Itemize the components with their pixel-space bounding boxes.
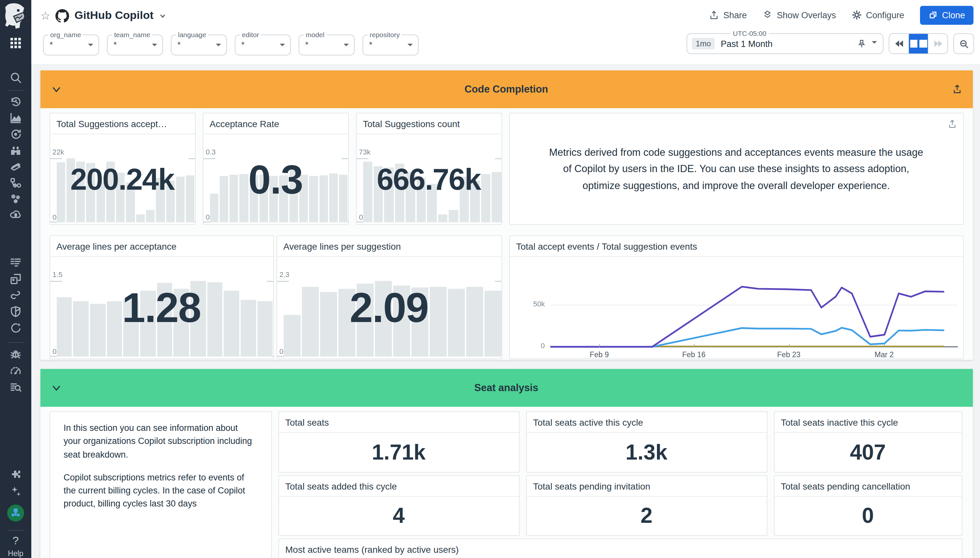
code-completion-grid: Total Suggestions accept… 22k 0 200.24k … [40, 108, 972, 359]
apps-grid-icon[interactable] [10, 38, 21, 48]
show-overlays-label: Show Overlays [777, 10, 836, 20]
query-value: 407 [774, 432, 962, 472]
workflow-icon[interactable] [9, 177, 22, 190]
y-tick-label: 50k [510, 300, 545, 308]
group-code-completion: Code Completion Total Suggestions accept… [40, 71, 972, 360]
cloud-cost-icon[interactable] [9, 208, 22, 221]
export-icon[interactable] [947, 119, 957, 128]
fast-forward-button[interactable] [928, 34, 947, 53]
ci-pipelines-icon[interactable] [9, 289, 22, 302]
share-icon [709, 10, 719, 20]
title-chevron-down-icon[interactable] [159, 12, 166, 19]
filter-team_name[interactable]: team_name* [107, 34, 163, 56]
widget-title: Average lines per acceptance [50, 236, 273, 257]
dashboard-header: ☆ GitHub Copilot Share Show Overlays Con… [31, 0, 980, 64]
query-value: 0.3 [203, 134, 348, 224]
pause-button[interactable] [908, 34, 928, 53]
widget-total-seats-active[interactable]: Total seats active this cycle1.3k [526, 411, 767, 473]
widget-title: Total seats [279, 412, 519, 433]
clone-button[interactable]: Clone [920, 5, 973, 25]
zoom-out-button[interactable] [953, 33, 974, 54]
metrics-chart-icon[interactable] [9, 112, 22, 125]
query-value: 2.09 [277, 257, 501, 359]
collapse-chevron-icon[interactable] [51, 85, 61, 95]
widget-total-seats[interactable]: Total seats1.71k [278, 411, 519, 473]
widget-total-seats-pending-invitation[interactable]: Total seats pending invitation2 [526, 475, 767, 536]
datadog-logo-icon[interactable] [4, 3, 27, 30]
sidebar-divider [7, 90, 24, 90]
sidebar-divider [7, 530, 24, 531]
filter-value: * [113, 40, 117, 49]
ai-sparkles-icon[interactable] [9, 485, 22, 498]
integrations-puzzle-icon[interactable] [9, 469, 22, 482]
filter-label: editor [240, 31, 261, 38]
query-value: 0 [774, 496, 962, 535]
show-overlays-button[interactable]: Show Overlays [763, 10, 836, 20]
configure-button[interactable]: Configure [852, 10, 904, 20]
user-avatar[interactable] [7, 505, 24, 522]
query-value: 4 [279, 496, 519, 535]
widget-total-seats-added[interactable]: Total seats added this cycle4 [278, 475, 519, 536]
gear-icon [852, 10, 862, 20]
widget-total-seats-inactive[interactable]: Total seats inactive this cycle407 [774, 411, 962, 473]
group-header-seat-analysis[interactable]: Seat analysis [40, 369, 972, 407]
collapse-chevron-icon[interactable] [51, 383, 61, 393]
x-tick-label: Mar 2 [875, 351, 894, 359]
time-range-badge: 1mo [692, 38, 715, 49]
widget-note-code-completion[interactable]: Metrics derived from code suggestions an… [509, 113, 964, 225]
help-label: Help [8, 550, 23, 557]
dashboards-icon[interactable] [9, 272, 22, 286]
widget-total-suggestions-accepted[interactable]: Total Suggestions accept… 22k 0 200.24k [49, 113, 195, 225]
filter-editor[interactable]: editor* [235, 34, 291, 56]
widget-title: Acceptance Rate [203, 113, 348, 134]
github-octocat-icon [56, 9, 69, 23]
template-variable-filters: org_name*team_name*language*editor*model… [43, 34, 419, 56]
group-title: Seat analysis [474, 382, 538, 394]
error-tracking-bug-icon[interactable] [9, 348, 22, 361]
widget-total-suggestions-count[interactable]: Total Suggestions count 73k 0 666.76k [356, 113, 502, 225]
group-title: Code Completion [465, 84, 548, 95]
configure-label: Configure [866, 10, 904, 20]
widget-most-active-teams[interactable]: Most active teams (ranked by active user… [278, 538, 962, 558]
export-icon[interactable] [952, 84, 962, 94]
widget-average-lines-per-acceptance[interactable]: Average lines per acceptance 1.5 0 1.28 [49, 235, 274, 359]
help-button[interactable]: ? Help [8, 535, 23, 557]
security-shield-icon[interactable] [9, 305, 22, 318]
seat-analysis-grid: In this section you can see information … [40, 407, 972, 558]
time-caret-icon[interactable] [872, 41, 877, 46]
pin-icon[interactable] [857, 39, 866, 48]
filter-value: * [369, 40, 372, 49]
share-button[interactable]: Share [709, 10, 747, 20]
filter-caret-icon [216, 44, 221, 49]
query-value: 666.76k [356, 134, 501, 224]
llm-observability-icon[interactable] [9, 322, 22, 335]
rewind-button[interactable] [890, 34, 908, 53]
time-range-picker[interactable]: UTC-05:00 1mo Past 1 Month [686, 33, 883, 54]
group-header-code-completion[interactable]: Code Completion [40, 71, 972, 108]
widget-title: Total seats pending invitation [527, 476, 767, 497]
history-icon[interactable] [9, 95, 22, 108]
widget-average-lines-per-suggestion[interactable]: Average lines per suggestion 2.3 0 2.09 [276, 235, 502, 359]
widget-acceptance-rate[interactable]: Acceptance Rate 0.3 0 0.3 [202, 113, 348, 225]
notebooks-icon[interactable] [9, 160, 22, 173]
widget-note-seat-analysis[interactable]: In this section you can see information … [49, 411, 272, 558]
filter-label: repository [368, 31, 402, 38]
performance-gauge-icon[interactable] [9, 364, 22, 377]
logs-icon[interactable] [9, 256, 22, 269]
widget-total-seats-pending-cancellation[interactable]: Total seats pending cancellation0 [774, 475, 962, 536]
filter-org_name[interactable]: org_name* [43, 34, 99, 56]
watchdog-icon[interactable] [9, 128, 22, 141]
left-nav-sidebar: ? Help [0, 0, 31, 558]
search-icon[interactable] [9, 71, 22, 84]
log-search-icon[interactable] [9, 381, 22, 394]
service-catalog-icon[interactable] [9, 192, 22, 205]
binoculars-icon[interactable] [9, 144, 22, 157]
filter-repository[interactable]: repository* [363, 34, 419, 56]
widget-accept-suggestion-timeseries[interactable]: Total accept events / Total suggestion e… [509, 235, 964, 359]
filter-caret-icon [152, 44, 157, 49]
filter-language[interactable]: language* [171, 34, 227, 56]
widget-title: Total seats inactive this cycle [774, 412, 962, 433]
filter-model[interactable]: model* [299, 34, 355, 56]
favorite-star-icon[interactable]: ☆ [40, 10, 51, 21]
header-actions: Share Show Overlays Configure Clone [709, 5, 973, 25]
